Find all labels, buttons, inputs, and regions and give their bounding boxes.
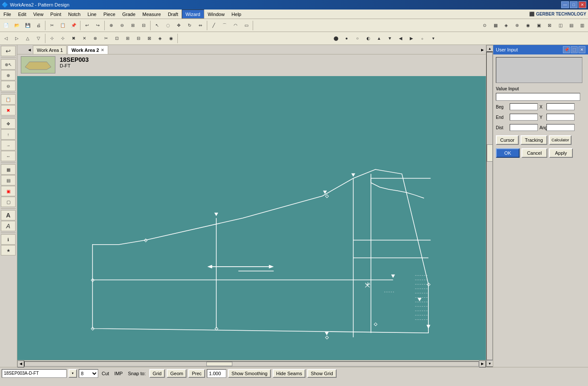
menu-edit[interactable]: Edit	[15, 10, 30, 19]
tb-r6[interactable]: ▣	[533, 20, 544, 31]
cursor-button[interactable]: Cursor	[496, 135, 519, 145]
tool-delete[interactable]: ✖	[1, 105, 16, 115]
scroll-thumb[interactable]	[206, 362, 232, 366]
tb-save[interactable]: 💾	[22, 20, 33, 31]
tab-work-area-1[interactable]: Work Area 1	[33, 45, 67, 54]
tb-paste[interactable]: 📌	[68, 20, 79, 31]
tb2-9[interactable]: ⊗	[90, 33, 100, 44]
calculator-button[interactable]: Calculator	[549, 135, 572, 145]
tb2-r8[interactable]: ▶	[406, 33, 417, 44]
tb2-r1[interactable]: ⬤	[331, 33, 341, 44]
tb-arc[interactable]: ◠	[230, 20, 241, 31]
show-smoothing-button[interactable]: Show Smoothing	[228, 369, 271, 378]
tb2-r5[interactable]: ▲	[374, 33, 384, 44]
menu-view[interactable]: View	[30, 10, 47, 19]
tb-zoom-all[interactable]: ⊟	[138, 20, 149, 31]
tb-select[interactable]: ↖	[152, 20, 162, 31]
tb-r9[interactable]: ▤	[566, 20, 576, 31]
menu-draft[interactable]: Draft	[164, 10, 182, 19]
ui-close-button[interactable]: ✕	[578, 46, 585, 53]
ang-value[interactable]	[546, 124, 575, 131]
tb-r7[interactable]: ⊠	[544, 20, 555, 31]
tb-zoom-fit[interactable]: ⊞	[128, 20, 138, 31]
tb-move[interactable]: ✥	[174, 20, 184, 31]
menu-window[interactable]: Window	[204, 10, 228, 19]
tb2-13[interactable]: ⊟	[133, 33, 144, 44]
tool-letter-a2[interactable]: A	[1, 221, 16, 231]
tb2-3[interactable]: △	[22, 33, 33, 44]
beg-value[interactable]	[510, 103, 538, 110]
tool-layer3[interactable]: ▣	[1, 186, 16, 196]
tb2-r9[interactable]: ⬦	[417, 33, 427, 44]
tool-star[interactable]: ★	[1, 245, 16, 255]
tb-r3[interactable]: ◈	[501, 20, 511, 31]
menu-measure[interactable]: Measure	[139, 10, 164, 19]
scroll-up-arrow[interactable]: ▲	[486, 45, 493, 52]
tab-nav-right[interactable]: ▶	[479, 45, 486, 54]
tb-r10[interactable]: ▥	[577, 20, 587, 31]
minimize-button[interactable]: —	[561, 1, 569, 8]
tb2-16[interactable]: ◉	[166, 33, 176, 44]
value-input-field[interactable]	[496, 93, 580, 101]
dist-value[interactable]	[510, 124, 538, 131]
tb-open[interactable]: 📂	[12, 20, 22, 31]
tb2-10[interactable]: ✂	[101, 33, 111, 44]
menu-file[interactable]: File	[0, 10, 15, 19]
tool-properties[interactable]: 📋	[1, 94, 16, 105]
ui-pin-button[interactable]: 📌	[563, 46, 570, 53]
tab-nav-left[interactable]: ◀	[26, 45, 33, 54]
vscroll-track[interactable]	[486, 52, 493, 360]
menu-notch[interactable]: Notch	[64, 10, 84, 19]
tb-r5[interactable]: ◉	[523, 20, 533, 31]
horizontal-scrollbar[interactable]: ◀ ▶	[17, 360, 486, 367]
menu-help[interactable]: Help	[228, 10, 245, 19]
scroll-left-arrow[interactable]: ◀	[17, 360, 24, 367]
tb2-r2[interactable]: ●	[341, 33, 352, 44]
vscroll-thumb[interactable]	[487, 144, 493, 162]
tb2-2[interactable]: ▷	[12, 33, 22, 44]
tb-mirror[interactable]: ⇔	[195, 20, 206, 31]
tab-work-area-2[interactable]: Work Area 2 ✕	[67, 45, 108, 54]
tool-move[interactable]: ✥	[1, 118, 16, 129]
tb2-15[interactable]: ◈	[155, 33, 165, 44]
tb-lasso[interactable]: ◌	[163, 20, 173, 31]
end-value[interactable]	[510, 114, 538, 121]
tb-redo[interactable]: ↪	[93, 20, 103, 31]
tb2-7[interactable]: ✖	[68, 33, 79, 44]
tool-layer4[interactable]: ▢	[1, 197, 16, 207]
tool-expand[interactable]: ↔	[1, 151, 16, 161]
tb2-r7[interactable]: ◀	[395, 33, 406, 44]
tool-zoom-out[interactable]: ⊖	[1, 81, 16, 91]
restore-button[interactable]: □	[570, 1, 578, 8]
menu-point[interactable]: Point	[47, 10, 64, 19]
tb-copy[interactable]: 📋	[58, 20, 68, 31]
tb-line[interactable]: ╱	[209, 20, 219, 31]
tb2-8[interactable]: ✕	[79, 33, 90, 44]
tb-r2[interactable]: ▦	[490, 20, 501, 31]
tool-info[interactable]: ℹ	[1, 234, 16, 245]
tb-zoom-in[interactable]: ⊕	[106, 20, 116, 31]
menu-piece[interactable]: Piece	[100, 10, 119, 19]
scroll-right-arrow[interactable]: ▶	[479, 360, 486, 367]
ui-float-button[interactable]: ⬚	[571, 46, 578, 53]
tab-close-wa2[interactable]: ✕	[101, 48, 104, 52]
menu-wizard[interactable]: Wizard	[182, 10, 204, 19]
tool-push[interactable]: →	[1, 140, 16, 150]
tool-zoom-in[interactable]: ⊕	[1, 70, 16, 80]
tb2-6[interactable]: ⊹	[58, 33, 68, 44]
prec-button[interactable]: Prec	[188, 369, 205, 378]
scroll-down-arrow[interactable]: ▼	[486, 360, 493, 367]
tool-zoom-select[interactable]: ⊕↖	[1, 59, 16, 70]
tracking-button[interactable]: Tracking	[521, 135, 547, 145]
tb-cut[interactable]: ✂	[47, 20, 57, 31]
scroll-track[interactable]	[24, 361, 479, 367]
ok-button[interactable]: OK	[496, 148, 520, 158]
piece-code-button[interactable]: ▾	[68, 369, 77, 378]
tb2-dropdown[interactable]: ▾	[428, 33, 438, 44]
tb-rotate[interactable]: ↻	[184, 20, 195, 31]
show-grid-button[interactable]: Show Grid	[307, 369, 336, 378]
tool-arrow[interactable]: ↑	[1, 129, 16, 140]
tb-r4[interactable]: ⊛	[512, 20, 522, 31]
tb2-5[interactable]: ⊹	[47, 33, 57, 44]
tb2-r4[interactable]: ◐	[363, 33, 373, 44]
